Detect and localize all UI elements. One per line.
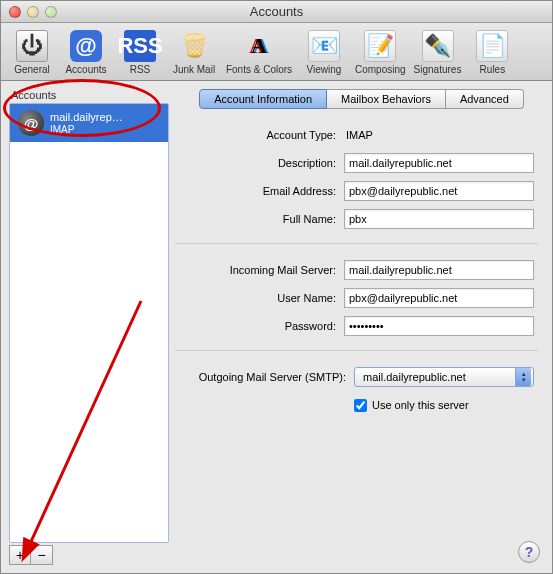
toolbar-viewing[interactable]: 📧 Viewing (299, 28, 349, 77)
titlebar: Accounts (1, 1, 552, 23)
row-username: User Name: (179, 286, 534, 310)
toolbar-label: Accounts (65, 64, 106, 75)
toolbar-rss[interactable]: RSS RSS (115, 28, 165, 77)
row-description: Description: (179, 151, 534, 175)
label-fullname: Full Name: (179, 213, 344, 225)
label-smtp: Outgoing Mail Server (SMTP): (179, 371, 354, 383)
account-tabs: Account Information Mailbox Behaviors Ad… (185, 89, 538, 109)
label-email: Email Address: (179, 185, 344, 197)
rss-icon: RSS (124, 30, 156, 62)
toolbar-label: Composing (355, 64, 406, 75)
add-remove-controls: + − (9, 545, 169, 565)
accounts-list[interactable]: @ mail.dailyrep… IMAP (9, 103, 169, 543)
label-description: Description: (179, 157, 344, 169)
toolbar-label: General (14, 64, 50, 75)
input-description[interactable] (344, 153, 534, 173)
row-password: Password: (179, 314, 534, 338)
toolbar-label: Rules (480, 64, 506, 75)
zoom-window-button[interactable] (45, 6, 57, 18)
toolbar-junk-mail[interactable]: 🗑️ Junk Mail (169, 28, 219, 77)
accounts-sidebar: Accounts @ mail.dailyrep… IMAP + − (9, 89, 169, 565)
rules-icon: 📄 (476, 30, 508, 62)
label-account-type: Account Type: (179, 129, 344, 141)
toolbar-rules[interactable]: 📄 Rules (467, 28, 517, 77)
traffic-lights (1, 6, 57, 18)
remove-account-button[interactable]: − (31, 545, 53, 565)
fonts-icon: A (243, 30, 275, 62)
account-texts: mail.dailyrep… IMAP (50, 111, 123, 134)
composing-icon: 📝 (364, 30, 396, 62)
preferences-toolbar: ⏻ General @ Accounts RSS RSS 🗑️ Junk Mai… (1, 23, 552, 81)
label-useonly: Use only this server (372, 399, 469, 411)
label-password: Password: (179, 320, 344, 332)
account-details-pane: Account Information Mailbox Behaviors Ad… (179, 89, 544, 565)
signatures-icon: ✒️ (422, 30, 454, 62)
input-password[interactable] (344, 316, 534, 336)
close-window-button[interactable] (9, 6, 21, 18)
tab-account-information[interactable]: Account Information (199, 89, 327, 109)
toolbar-label: Junk Mail (173, 64, 215, 75)
minimize-window-button[interactable] (27, 6, 39, 18)
select-arrows-icon: ▴▾ (515, 368, 531, 386)
tab-mailbox-behaviors[interactable]: Mailbox Behaviors (327, 89, 446, 109)
help-button[interactable]: ? (518, 541, 540, 563)
label-username: User Name: (179, 292, 344, 304)
toolbar-general[interactable]: ⏻ General (7, 28, 57, 77)
sidebar-header: Accounts (9, 89, 169, 103)
toolbar-label: RSS (130, 64, 151, 75)
checkbox-useonly[interactable] (354, 399, 367, 412)
tab-advanced[interactable]: Advanced (446, 89, 524, 109)
content-area: Accounts @ mail.dailyrep… IMAP + − Accou… (1, 81, 552, 573)
row-account-type: Account Type: IMAP (179, 123, 534, 147)
row-useonly: Use only this server (179, 393, 534, 417)
viewing-icon: 📧 (308, 30, 340, 62)
value-account-type: IMAP (344, 129, 373, 141)
row-fullname: Full Name: (179, 207, 534, 231)
toolbar-label: Viewing (307, 64, 342, 75)
row-email: Email Address: (179, 179, 534, 203)
select-smtp[interactable]: mail.dailyrepublic.net ▴▾ (354, 367, 534, 387)
account-at-icon: @ (18, 110, 44, 136)
at-icon: @ (70, 30, 102, 62)
toolbar-fonts-colors[interactable]: A Fonts & Colors (223, 28, 295, 77)
add-account-button[interactable]: + (9, 545, 31, 565)
account-info-form: Account Type: IMAP Description: Email Ad… (179, 123, 544, 417)
toolbar-composing[interactable]: 📝 Composing (353, 28, 408, 77)
input-fullname[interactable] (344, 209, 534, 229)
toolbar-accounts[interactable]: @ Accounts (61, 28, 111, 77)
toolbar-label: Fonts & Colors (226, 64, 292, 75)
account-row-selected[interactable]: @ mail.dailyrep… IMAP (10, 104, 168, 142)
switch-icon: ⏻ (16, 30, 48, 62)
label-incoming: Incoming Mail Server: (179, 264, 344, 276)
input-email[interactable] (344, 181, 534, 201)
account-name: mail.dailyrep… (50, 111, 123, 123)
row-smtp: Outgoing Mail Server (SMTP): mail.dailyr… (179, 365, 534, 389)
toolbar-signatures[interactable]: ✒️ Signatures (412, 28, 464, 77)
junk-icon: 🗑️ (178, 30, 210, 62)
input-username[interactable] (344, 288, 534, 308)
accounts-window: Accounts ⏻ General @ Accounts RSS RSS 🗑️… (0, 0, 553, 574)
account-protocol: IMAP (50, 124, 123, 135)
toolbar-label: Signatures (414, 64, 462, 75)
row-incoming: Incoming Mail Server: (179, 258, 534, 282)
window-title: Accounts (1, 4, 552, 19)
input-incoming[interactable] (344, 260, 534, 280)
select-smtp-value: mail.dailyrepublic.net (363, 371, 466, 383)
